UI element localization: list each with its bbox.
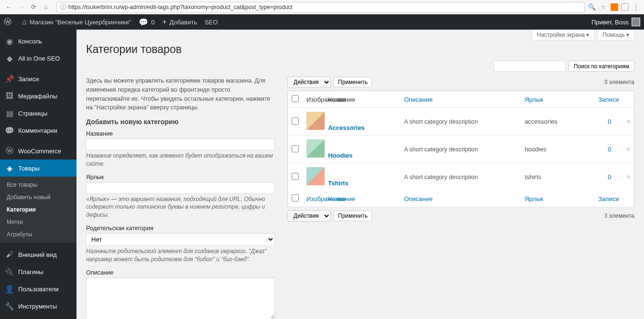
admin-menu: ◉Консоль ◆All in One SEO 📌Записи 🖼Медиаф… — [0, 30, 76, 319]
menu-woocommerce[interactable]: ⓦWooCommerce — [0, 142, 76, 160]
category-thumb-icon — [306, 167, 325, 185]
bulk-actions-select-bottom[interactable]: Действия — [287, 210, 331, 222]
wordpress-icon: ⓦ — [4, 17, 11, 27]
col-desc[interactable]: Описание — [400, 91, 521, 108]
category-count-link[interactable]: 0 — [608, 146, 611, 153]
site-name-link[interactable]: ⌂Магазин "Веселые Цукербринчики" — [22, 18, 131, 26]
home-icon: ⌂ — [22, 18, 27, 26]
items-count-bottom: 3 элемента — [604, 213, 634, 219]
category-thumb-icon — [306, 112, 325, 130]
add-category-panel: Здесь вы можете управлять категориями то… — [86, 76, 275, 319]
drag-handle-icon[interactable]: ≡ — [622, 136, 634, 163]
products-submenu: Все товары Добавить новый Категории Метк… — [0, 177, 76, 243]
drag-handle-icon[interactable]: ≡ — [622, 108, 634, 136]
comments-link[interactable]: 💬0 — [139, 18, 154, 27]
forward-icon[interactable]: → — [16, 2, 26, 12]
category-name-link[interactable]: Tshirts — [328, 180, 348, 187]
category-desc: A short category description — [400, 136, 521, 163]
seo-text: SEO — [205, 19, 218, 26]
name-input[interactable] — [86, 138, 275, 150]
ext2-icon[interactable] — [621, 3, 629, 11]
add-new-text: Добавить — [170, 19, 197, 26]
category-thumb-icon — [306, 139, 325, 158]
menu-appearance[interactable]: 🖌Внешний вид — [0, 246, 76, 263]
drag-handle-icon[interactable]: ≡ — [622, 163, 634, 191]
page-title: Категории товаров — [86, 43, 634, 56]
apply-button-bottom[interactable]: Применить — [334, 211, 372, 221]
category-count-link[interactable]: 0 — [608, 118, 611, 125]
back-icon[interactable]: ← — [4, 2, 13, 12]
col-posts-footer[interactable]: Записи — [581, 191, 623, 207]
screen-options-tab[interactable]: Настройки экрана ▾ — [532, 30, 595, 41]
row-checkbox[interactable] — [292, 145, 299, 152]
search-box: Поиск по категориям — [86, 61, 634, 72]
menu-tools[interactable]: 🔧Инструменты — [0, 298, 76, 315]
bulk-actions-select[interactable]: Действия — [287, 76, 331, 88]
search-input[interactable] — [494, 61, 566, 72]
col-posts[interactable]: Записи — [581, 91, 623, 108]
plus-icon: + — [162, 18, 166, 26]
star-icon[interactable]: ☆ — [599, 3, 608, 11]
submenu-categories[interactable]: Категории — [0, 203, 76, 216]
category-desc: A short category description — [400, 108, 521, 136]
content-area: Настройки экрана ▾ Помощь ▾ Категории то… — [76, 30, 644, 319]
select-all-checkbox-footer[interactable] — [292, 194, 299, 202]
comment-icon: 💬 — [139, 18, 148, 27]
category-slug: hoodies — [521, 136, 580, 163]
wp-logo[interactable]: ⓦ — [4, 17, 14, 27]
help-tab[interactable]: Помощь ▾ — [597, 30, 634, 41]
col-handle-footer — [622, 191, 634, 207]
submenu-add-product[interactable]: Добавить новый — [0, 191, 76, 203]
menu-comments[interactable]: 💬Комментарии — [0, 122, 76, 139]
submenu-tags[interactable]: Метки — [0, 216, 76, 228]
menu-console[interactable]: ◉Консоль — [0, 32, 76, 50]
col-image-footer: ИзображениеНазвание — [303, 191, 400, 207]
greeting-text: Привет, Boss — [591, 19, 629, 26]
url-bar[interactable]: ⓘ https://tsukerbrini.ru/wp-admin/edit-t… — [56, 2, 585, 12]
description-textarea[interactable] — [86, 277, 275, 319]
field-slug: Ярлык «Ярлык» — это вариант названия, по… — [86, 174, 275, 219]
menu-users[interactable]: 👤Пользователи — [0, 280, 76, 298]
col-slug-footer[interactable]: Ярлык — [521, 191, 580, 207]
row-checkbox[interactable] — [292, 117, 299, 125]
name-label: Название — [86, 130, 275, 137]
category-desc: A short category description — [400, 163, 521, 191]
menu-media[interactable]: 🖼Медиафайлы — [0, 87, 76, 105]
select-all-header — [288, 91, 303, 108]
submenu-all-products[interactable]: Все товары — [0, 179, 76, 191]
reload-icon[interactable]: ⟳ — [29, 2, 38, 12]
slug-input[interactable] — [86, 182, 275, 194]
pin-icon: 📌 — [5, 74, 14, 84]
parent-select[interactable]: Нет — [86, 233, 275, 246]
add-new-link[interactable]: +Добавить — [162, 18, 197, 26]
row-checkbox[interactable] — [292, 173, 299, 180]
submenu-attributes[interactable]: Атрибуты — [0, 228, 76, 241]
screen-meta-links: Настройки экрана ▾ Помощь ▾ — [532, 30, 634, 41]
category-name-link[interactable]: Hoodies — [328, 152, 352, 159]
menu-plugins[interactable]: 🔌Плагины — [0, 263, 76, 280]
menu-products[interactable]: ◈Товары — [0, 160, 76, 177]
url-text: https://tsukerbrini.ru/wp-admin/edit-tag… — [68, 4, 581, 11]
menu-icon[interactable]: ⋮ — [632, 3, 640, 11]
home-icon[interactable]: ⌂ — [41, 2, 51, 12]
user-menu[interactable]: Привет, Boss — [591, 18, 640, 26]
search-icon[interactable]: 🔍 — [588, 3, 596, 11]
apply-button-top[interactable]: Применить — [334, 77, 372, 87]
category-name-link[interactable]: Accessories — [328, 124, 365, 131]
col-desc-footer[interactable]: Описание — [400, 191, 521, 207]
parent-desc: Назначьте родительский элемент для созда… — [86, 247, 275, 264]
col-slug[interactable]: Ярлык — [521, 91, 580, 108]
search-button[interactable]: Поиск по категориям — [568, 61, 634, 72]
comments-icon: 💬 — [5, 126, 14, 135]
menu-posts[interactable]: 📌Записи — [0, 70, 76, 87]
menu-aioseo[interactable]: ◆All in One SEO — [0, 50, 76, 67]
menu-pages[interactable]: ▤Страницы — [0, 105, 76, 122]
page-icon: ▤ — [5, 108, 14, 118]
parent-label: Родительская категория — [86, 225, 275, 232]
menu-settings[interactable]: ⚙Настройки — [0, 315, 76, 319]
category-count-link[interactable]: 0 — [608, 173, 611, 181]
select-all-checkbox[interactable] — [292, 95, 299, 102]
seo-link[interactable]: SEO — [205, 19, 218, 26]
ext-icon[interactable] — [611, 3, 618, 11]
category-slug: accessories — [521, 108, 580, 136]
